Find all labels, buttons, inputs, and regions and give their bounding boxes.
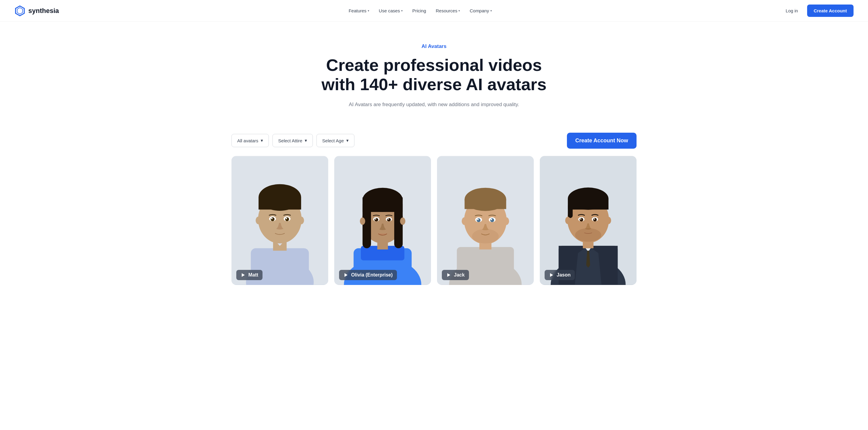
svg-rect-42 bbox=[464, 199, 506, 209]
svg-point-11 bbox=[298, 217, 304, 224]
nav-use-cases[interactable]: Use cases ▾ bbox=[375, 6, 407, 16]
play-icon-jason bbox=[549, 272, 554, 278]
hero-tag: AI Avatars bbox=[313, 44, 555, 50]
synthesia-logo-icon bbox=[14, 5, 25, 16]
brand-name: synthesia bbox=[28, 7, 59, 15]
avatar-card-olivia[interactable]: Olivia (Enterprise) bbox=[334, 156, 431, 285]
svg-rect-64 bbox=[568, 204, 572, 218]
nav-company[interactable]: Company ▾ bbox=[465, 6, 496, 16]
svg-point-33 bbox=[387, 218, 391, 221]
features-chevron-icon: ▾ bbox=[368, 9, 369, 12]
select-age-filter[interactable]: Select Age ▾ bbox=[316, 134, 354, 147]
svg-point-35 bbox=[388, 218, 389, 220]
hero-subtitle: AI Avatars are frequently updated, with … bbox=[313, 101, 555, 109]
attire-chevron-icon: ▾ bbox=[305, 138, 307, 143]
svg-point-66 bbox=[606, 217, 611, 224]
filters-bar: All avatars ▾ Select Attire ▾ Select Age… bbox=[217, 123, 651, 156]
svg-point-16 bbox=[271, 218, 273, 219]
jason-portrait bbox=[540, 156, 637, 285]
avatar-image-jason bbox=[540, 156, 637, 285]
avatar-label-matt: Matt bbox=[236, 270, 262, 280]
play-icon-jack bbox=[446, 272, 452, 278]
svg-point-72 bbox=[594, 218, 595, 220]
avatar-label-jack: Jack bbox=[442, 270, 469, 280]
filters-left: All avatars ▾ Select Attire ▾ Select Age… bbox=[231, 134, 354, 147]
create-account-now-button[interactable]: Create Account Now bbox=[567, 133, 637, 149]
nav-actions: Log in Create Account bbox=[781, 4, 854, 17]
play-icon-matt bbox=[241, 272, 246, 278]
svg-point-15 bbox=[285, 218, 289, 221]
all-avatars-filter[interactable]: All avatars ▾ bbox=[231, 134, 269, 147]
svg-point-44 bbox=[503, 218, 509, 225]
svg-point-47 bbox=[477, 218, 481, 222]
select-attire-filter[interactable]: Select Attire ▾ bbox=[273, 134, 313, 147]
all-avatars-chevron-icon: ▾ bbox=[261, 138, 263, 143]
avatar-image-matt bbox=[231, 156, 328, 285]
olivia-portrait bbox=[334, 156, 431, 285]
avatar-card-jason[interactable]: Jason bbox=[540, 156, 637, 285]
svg-point-32 bbox=[374, 218, 378, 221]
avatar-label-olivia: Olivia (Enterprise) bbox=[339, 270, 397, 280]
avatar-card-jack[interactable]: Jack bbox=[437, 156, 534, 285]
svg-rect-9 bbox=[258, 198, 301, 209]
avatar-grid: Matt bbox=[217, 156, 651, 303]
svg-point-28 bbox=[360, 218, 365, 225]
nav-features[interactable]: Features ▾ bbox=[344, 6, 373, 16]
resources-chevron-icon: ▾ bbox=[458, 9, 460, 12]
navbar: synthesia Features ▾ Use cases ▾ Pricing… bbox=[0, 0, 868, 22]
svg-point-29 bbox=[400, 218, 405, 225]
svg-point-48 bbox=[490, 218, 494, 222]
svg-point-50 bbox=[491, 219, 492, 220]
login-button[interactable]: Log in bbox=[781, 6, 802, 16]
company-chevron-icon: ▾ bbox=[490, 9, 492, 12]
hero-section: AI Avatars Create professional videos wi… bbox=[299, 22, 569, 123]
hero-title: Create professional videos with 140+ div… bbox=[313, 56, 555, 94]
svg-point-51 bbox=[472, 229, 498, 243]
svg-point-10 bbox=[255, 217, 261, 224]
avatar-card-matt[interactable]: Matt bbox=[231, 156, 328, 285]
svg-marker-1 bbox=[17, 7, 23, 14]
svg-point-69 bbox=[580, 218, 583, 222]
svg-point-70 bbox=[593, 218, 597, 222]
nav-pricing[interactable]: Pricing bbox=[408, 6, 430, 16]
avatar-image-jack bbox=[437, 156, 534, 285]
svg-rect-27 bbox=[363, 198, 403, 212]
brand-logo[interactable]: synthesia bbox=[14, 5, 59, 16]
matt-portrait bbox=[231, 156, 328, 285]
svg-point-17 bbox=[286, 218, 287, 219]
use-cases-chevron-icon: ▾ bbox=[401, 9, 403, 12]
svg-point-73 bbox=[575, 228, 601, 242]
jack-portrait bbox=[437, 156, 534, 285]
nav-resources[interactable]: Resources ▾ bbox=[432, 6, 464, 16]
svg-point-65 bbox=[565, 217, 570, 224]
avatar-label-jason: Jason bbox=[545, 270, 575, 280]
svg-rect-63 bbox=[568, 199, 609, 209]
svg-point-43 bbox=[462, 218, 467, 225]
play-icon-olivia bbox=[343, 272, 349, 278]
svg-point-14 bbox=[271, 218, 275, 221]
svg-point-34 bbox=[375, 218, 376, 220]
avatar-image-olivia bbox=[334, 156, 431, 285]
age-chevron-icon: ▾ bbox=[346, 138, 349, 143]
nav-links: Features ▾ Use cases ▾ Pricing Resources… bbox=[344, 6, 496, 16]
svg-point-49 bbox=[477, 219, 478, 220]
create-account-button[interactable]: Create Account bbox=[807, 4, 854, 17]
svg-point-71 bbox=[580, 218, 581, 220]
